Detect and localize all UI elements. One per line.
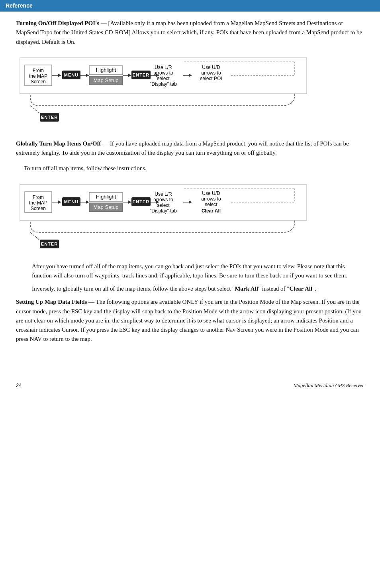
svg-text:Screen: Screen (31, 206, 46, 211)
svg-text:Use L/R: Use L/R (155, 191, 172, 197)
svg-marker-63 (189, 201, 192, 204)
svg-text:"Display" tab: "Display" tab (150, 208, 177, 214)
page-number: 24 (16, 382, 22, 388)
svg-text:select POI: select POI (200, 76, 222, 81)
svg-text:select: select (205, 202, 217, 207)
svg-text:Map Setup: Map Setup (94, 204, 119, 210)
svg-text:ENTER: ENTER (41, 242, 58, 246)
svg-marker-42 (58, 201, 61, 204)
svg-text:arrows to: arrows to (153, 197, 173, 203)
section1-heading: Turning On/Off Displayed POI's (16, 20, 99, 26)
svg-text:Clear All: Clear All (202, 208, 221, 214)
svg-text:arrows to: arrows to (201, 196, 221, 202)
diagram1-svg: From the MAP Screen MENU Highlight Map S… (16, 54, 327, 130)
header-label: Reference (6, 2, 33, 9)
svg-text:"Display" tab: "Display" tab (150, 81, 177, 87)
svg-text:From: From (33, 195, 44, 200)
svg-text:MENU: MENU (64, 199, 78, 204)
svg-line-35 (30, 106, 39, 113)
svg-text:select: select (157, 203, 170, 208)
diagram1: From the MAP Screen MENU Highlight Map S… (16, 54, 364, 131)
svg-text:ENTER: ENTER (133, 199, 149, 204)
svg-text:Screen: Screen (31, 79, 46, 85)
header-bar: Reference (0, 0, 380, 12)
main-content: Turning On/Off Displayed POI's — [Availa… (0, 19, 380, 366)
section3-body: — The following options are available ON… (16, 299, 362, 342)
svg-text:Highlight: Highlight (96, 194, 116, 200)
svg-text:ENTER: ENTER (133, 73, 149, 77)
section2-heading: Globally Turn Map Items On/Off (16, 140, 101, 147)
svg-marker-6 (58, 74, 61, 77)
svg-marker-52 (128, 201, 131, 204)
svg-text:the MAP: the MAP (29, 73, 47, 79)
svg-text:Use L/R: Use L/R (155, 65, 172, 70)
svg-marker-46 (86, 201, 89, 204)
footer: 24 Magellan Meridian GPS Receiver (0, 378, 380, 393)
section3-heading: Setting Up Map Data Fields (16, 299, 87, 305)
section1-intro: Turning On/Off Displayed POI's — [Availa… (16, 19, 364, 47)
svg-text:arrows to: arrows to (153, 70, 173, 76)
diagram2: From the MAP Screen MENU Highlight Map S… (16, 181, 364, 258)
svg-marker-16 (128, 74, 131, 77)
svg-text:MENU: MENU (64, 73, 78, 77)
section2-intro: Globally Turn Map Items On/Off — If you … (16, 139, 364, 158)
svg-text:ENTER: ENTER (41, 115, 58, 120)
svg-text:the MAP: the MAP (29, 200, 47, 206)
svg-text:Use U/D: Use U/D (202, 191, 220, 196)
svg-marker-27 (189, 74, 192, 77)
svg-line-72 (30, 232, 39, 240)
section2-para3: After you have turned off all of the map… (32, 262, 364, 281)
section2-para4: Inversely, to globally turn on all of th… (32, 284, 364, 293)
svg-text:select: select (157, 76, 170, 81)
svg-text:From: From (33, 68, 44, 73)
section2-para2: To turn off all map items, follow these … (24, 164, 364, 173)
diagram2-svg: From the MAP Screen MENU Highlight Map S… (16, 181, 327, 256)
svg-text:arrows to: arrows to (201, 70, 221, 76)
brand-name: Magellan Meridian GPS Receiver (294, 382, 364, 389)
mark-all-text: Mark All (235, 285, 258, 292)
section3: Setting Up Map Data Fields — The followi… (16, 297, 364, 344)
svg-marker-10 (86, 74, 89, 77)
svg-text:Use U/D: Use U/D (202, 65, 220, 70)
svg-text:Map Setup: Map Setup (94, 77, 119, 83)
svg-text:Highlight: Highlight (96, 67, 116, 73)
clear-all-text: Clear All (289, 285, 312, 292)
